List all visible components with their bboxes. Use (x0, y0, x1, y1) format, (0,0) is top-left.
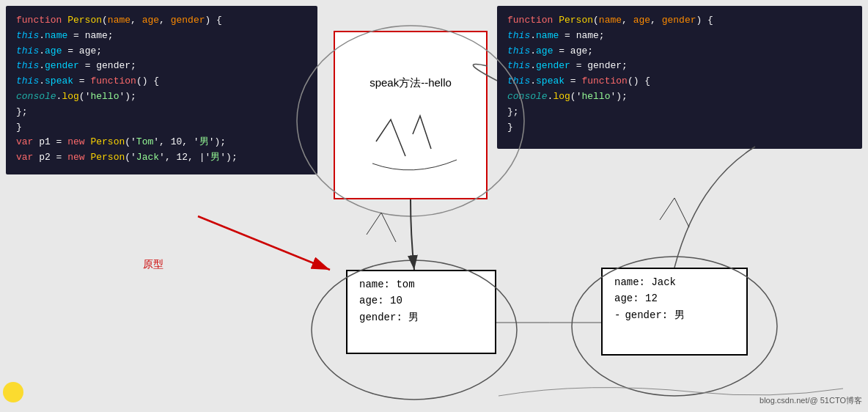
code-line: this.name = name; (507, 29, 852, 44)
watermark: blog.csdn.net/@ 51CTO博客 (760, 395, 862, 406)
p2-age: age: 12 (614, 293, 735, 304)
right-code-panel: function Person(name, age, gender) { thi… (497, 6, 862, 149)
p1-gender: gender: 男 (359, 311, 483, 324)
code-line: var p1 = new Person('Tom', 10, '男'); (16, 135, 307, 150)
code-line: function Person(name, age, gender) { (16, 13, 307, 29)
code-line: this.gender = gender; (507, 59, 852, 74)
code-line: console.log('hello'); (507, 89, 852, 105)
code-line: }; (507, 105, 852, 120)
code-line: this.name = name; (16, 29, 307, 44)
svg-point-6 (3, 382, 23, 402)
yuanxing-label: 原型 (143, 258, 163, 271)
p2-box: name: Jack age: 12 -gender: 男 (601, 268, 748, 356)
code-line: var p2 = new Person('Jack', 12, |'男'); (16, 150, 307, 166)
code-line: this.age = age; (507, 44, 852, 59)
p1-name: name: tom (359, 279, 483, 290)
p1-box: name: tom age: 10 gender: 男 (346, 270, 496, 354)
p2-gender: -gender: 男 (614, 309, 735, 322)
code-line: function Person(name, age, gender) { (507, 13, 852, 29)
proto-label: speak方法--hello (347, 76, 474, 90)
left-code-panel: function Person(name, age, gender) { thi… (6, 6, 317, 174)
code-line: this.speak = function() { (507, 74, 852, 89)
p1-age: age: 10 (359, 295, 483, 306)
svg-line-5 (198, 216, 330, 270)
code-line: } (507, 120, 852, 136)
proto-box: speak方法--hello (334, 31, 488, 199)
code-line: console.log('hello'); (16, 89, 307, 105)
code-line: this.speak = function() { (16, 74, 307, 89)
code-line: this.age = age; (16, 44, 307, 59)
p2-name: name: Jack (614, 276, 735, 288)
code-line: }; (16, 105, 307, 120)
code-line: this.gender = gender; (16, 59, 307, 74)
code-line: } (16, 120, 307, 136)
proto-scribble (347, 98, 479, 178)
